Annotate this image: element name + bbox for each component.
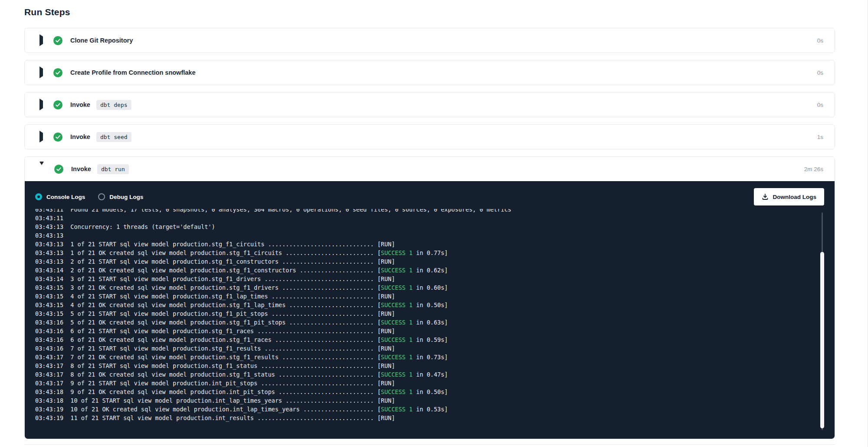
log-status-success: SUCCESS 1: [381, 371, 413, 378]
log-line: 03:43:15 4 of 21 START sql view model pr…: [35, 292, 824, 301]
log-status-success: SUCCESS 1: [381, 249, 413, 256]
log-line: 03:43:15 5 of 21 START sql view model pr…: [35, 309, 824, 318]
log-text-suffix: in 0.77s]: [413, 249, 448, 256]
log-text-suffix: in 0.73s]: [413, 354, 448, 361]
log-line: 03:43:14 3 of 21 START sql view model pr…: [35, 275, 824, 283]
log-text-suffix: in 0.59s]: [413, 336, 448, 343]
log-line: 03:43:17 7 of 21 OK created sql view mod…: [35, 353, 824, 361]
log-line: 03:43:15 4 of 21 OK created sql view mod…: [35, 301, 824, 309]
console-panel: Console Logs Debug Logs Download Logs: [25, 181, 835, 439]
success-check-icon: [54, 165, 63, 174]
download-icon: [762, 193, 769, 200]
log-text-suffix: in 0.63s]: [413, 319, 448, 326]
debug-logs-radio[interactable]: Debug Logs: [98, 193, 143, 200]
log-text: 03:43:11 Found 21 models, 17 tests, 0 sn…: [35, 209, 511, 213]
log-status-success: SUCCESS 1: [381, 406, 413, 413]
success-check-icon: [53, 36, 62, 45]
console-log-lines: 03:43:11 Found 21 models, 17 tests, 0 sn…: [35, 209, 824, 422]
log-line: 03:43:14 2 of 21 OK created sql view mod…: [35, 266, 824, 275]
log-text: 03:43:13 1 of 21 START sql view model pr…: [35, 241, 395, 248]
log-status-success: SUCCESS 1: [381, 388, 413, 395]
step-label: Invoke: [70, 133, 90, 140]
log-text: 03:43:15 4 of 21 START sql view model pr…: [35, 293, 395, 300]
log-text: 03:43:13 1 of 21 OK created sql view mod…: [35, 249, 381, 256]
log-line: 03:43:13 Concurrency: 1 threads (target=…: [35, 222, 824, 231]
log-line: 03:43:11: [35, 214, 824, 222]
step-label: Invoke: [71, 166, 91, 172]
page-title: Run Steps: [24, 7, 868, 17]
run-steps-list: Clone Git Repository 0s Create Profile f…: [24, 28, 835, 439]
console-logs-radio[interactable]: Console Logs: [35, 193, 85, 200]
log-text: 03:43:17 7 of 21 OK created sql view mod…: [35, 354, 381, 361]
log-text: 03:43:17 9 of 21 START sql view model pr…: [35, 380, 395, 387]
log-text: 03:43:16 7 of 21 START sql view model pr…: [35, 345, 395, 352]
log-text: 03:43:19 10 of 21 OK created sql view mo…: [35, 406, 381, 413]
log-text-suffix: in 0.50s]: [413, 388, 448, 395]
log-text-suffix: in 0.50s]: [413, 301, 448, 308]
log-line: 03:43:16 5 of 21 OK created sql view mod…: [35, 318, 824, 327]
chevron-right-icon[interactable]: [39, 69, 43, 76]
log-line: 03:43:16 6 of 21 START sql view model pr…: [35, 327, 824, 335]
step-header[interactable]: Invoke dbt seed 1s: [25, 125, 835, 149]
step-command-pill: dbt deps: [96, 100, 132, 110]
run-step-dbt-deps: Invoke dbt deps 0s: [24, 92, 835, 117]
log-text: 03:43:18 9 of 21 OK created sql view mod…: [35, 388, 381, 395]
radio-unselected-icon: [98, 193, 105, 200]
step-header[interactable]: Create Profile from Connection snowflake…: [25, 60, 835, 85]
run-step-dbt-run: Invoke dbt run 2m 26s Console Logs Debug…: [24, 156, 835, 439]
chevron-down-icon[interactable]: [39, 165, 44, 173]
chevron-right-icon[interactable]: [39, 36, 43, 44]
console-log-area[interactable]: 03:43:11 Found 21 models, 17 tests, 0 sn…: [35, 209, 824, 431]
download-logs-label: Download Logs: [773, 194, 817, 200]
step-duration: 2m 26s: [804, 166, 823, 172]
log-line: 03:43:17 9 of 21 START sql view model pr…: [35, 379, 824, 387]
step-header[interactable]: Invoke dbt deps 0s: [25, 93, 835, 117]
log-line: 03:43:19 10 of 21 OK created sql view mo…: [35, 405, 824, 414]
success-check-icon: [53, 132, 62, 142]
step-duration: 0s: [817, 70, 823, 76]
log-text: 03:43:14 2 of 21 OK created sql view mod…: [35, 267, 381, 274]
step-duration: 1s: [817, 134, 823, 140]
log-line: 03:43:13 2 of 21 START sql view model pr…: [35, 257, 824, 266]
log-line: 03:43:18 9 of 21 OK created sql view mod…: [35, 387, 824, 396]
log-text: 03:43:11: [35, 215, 63, 222]
bottom-divider: [24, 444, 835, 445]
log-line: 03:43:11 Found 21 models, 17 tests, 0 sn…: [35, 209, 824, 214]
log-text: 03:43:16 5 of 21 OK created sql view mod…: [35, 319, 381, 326]
log-line: 03:43:16 7 of 21 START sql view model pr…: [35, 344, 824, 353]
log-text-suffix: in 0.62s]: [413, 267, 448, 274]
success-check-icon: [53, 100, 62, 109]
run-step-create-profile: Create Profile from Connection snowflake…: [24, 60, 835, 85]
log-line: 03:43:13 1 of 21 OK created sql view mod…: [35, 248, 824, 257]
log-text: 03:43:19 11 of 21 START sql view model p…: [35, 414, 395, 421]
step-command-pill: dbt seed: [96, 132, 132, 142]
log-text: 03:43:16 6 of 21 OK created sql view mod…: [35, 336, 381, 343]
log-text-suffix: in 0.53s]: [413, 406, 448, 413]
log-status-success: SUCCESS 1: [381, 301, 413, 308]
log-status-success: SUCCESS 1: [381, 319, 413, 326]
log-status-success: SUCCESS 1: [381, 267, 413, 274]
log-status-success: SUCCESS 1: [381, 336, 413, 343]
console-scrollbar[interactable]: [820, 212, 824, 430]
log-line: 03:43:16 6 of 21 OK created sql view mod…: [35, 335, 824, 344]
step-header[interactable]: Clone Git Repository 0s: [25, 28, 835, 53]
log-text: 03:43:14 3 of 21 START sql view model pr…: [35, 275, 395, 282]
log-line: 03:43:17 8 of 21 OK created sql view mod…: [35, 370, 824, 379]
log-text: 03:43:15 4 of 21 OK created sql view mod…: [35, 301, 381, 308]
step-duration: 0s: [817, 37, 823, 44]
scrollbar-thumb[interactable]: [820, 252, 824, 428]
step-command-pill: dbt run: [97, 164, 129, 174]
chevron-right-icon[interactable]: [39, 101, 43, 109]
log-status-success: SUCCESS 1: [381, 284, 413, 291]
step-label: Invoke: [70, 101, 90, 108]
download-logs-button[interactable]: Download Logs: [754, 188, 825, 205]
log-line: 03:43:13 1 of 21 START sql view model pr…: [35, 240, 824, 248]
log-text: 03:43:13 2 of 21 START sql view model pr…: [35, 258, 395, 265]
success-check-icon: [53, 68, 62, 77]
log-status-success: SUCCESS 1: [381, 354, 413, 361]
step-header[interactable]: Invoke dbt run 2m 26s: [25, 157, 835, 181]
step-label: Clone Git Repository: [70, 37, 133, 44]
run-step-clone-git-repository: Clone Git Repository 0s: [24, 28, 835, 53]
run-step-dbt-seed: Invoke dbt seed 1s: [24, 124, 835, 149]
chevron-right-icon[interactable]: [39, 133, 43, 141]
